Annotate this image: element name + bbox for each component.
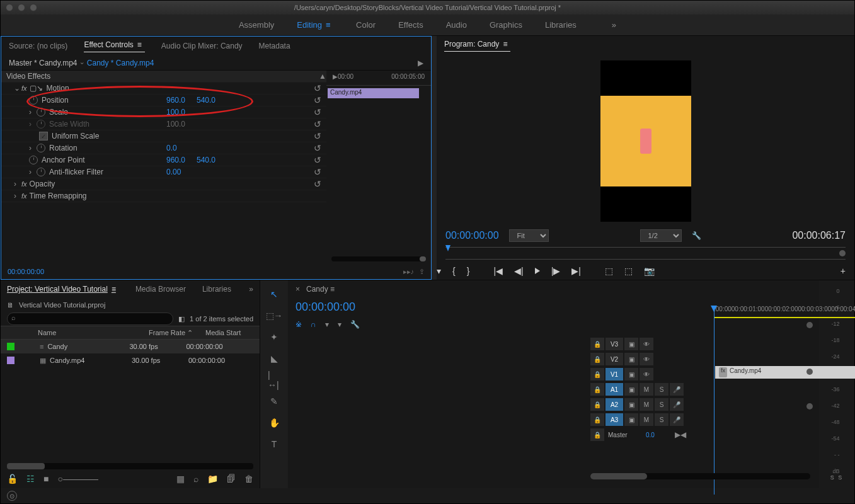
solo-button[interactable]: S (655, 413, 669, 426)
expand-icon[interactable]: ▶◀ (675, 430, 686, 439)
toggle-output-icon[interactable]: ▣ (624, 368, 638, 381)
pen-tool-icon[interactable]: ✎ (268, 395, 280, 408)
reset-icon[interactable]: ↺ (314, 95, 321, 105)
effect-mini-timeline[interactable]: ▶00:0000:00:05:00 Candy.mp4 (326, 71, 431, 264)
master-gain[interactable]: 0.0 (646, 432, 655, 438)
stopwatch-icon[interactable] (37, 108, 45, 117)
mini-scrollbar[interactable] (331, 256, 426, 261)
search-input[interactable] (7, 312, 173, 325)
list-view-icon[interactable]: ☷ (26, 474, 35, 484)
property-position[interactable]: Position960.0540.0↺ (1, 94, 326, 106)
sequence-tab[interactable]: Candy (306, 285, 338, 294)
go-to-out-icon[interactable]: ▶| (571, 266, 581, 276)
voice-record-icon[interactable]: 🎤 (670, 383, 684, 396)
panel-menu-icon[interactable] (137, 40, 145, 49)
toggle-icon[interactable]: ▸▸♪ (403, 268, 415, 276)
write-lock-icon[interactable]: 🔓 (7, 474, 18, 484)
workspace-color[interactable]: Color (356, 20, 376, 30)
mini-clip[interactable]: Candy.mp4 (328, 88, 419, 98)
maximize-icon[interactable] (30, 4, 37, 11)
tab-project[interactable]: Project: Vertical Video Tutorial (7, 285, 119, 294)
program-scrubber[interactable] (445, 247, 846, 260)
new-bin-icon[interactable]: 📁 (207, 474, 218, 484)
minimize-icon[interactable] (18, 4, 25, 11)
snap-icon[interactable]: ※ (296, 320, 302, 329)
resolution-select[interactable]: 1/2 (640, 229, 682, 242)
lock-icon[interactable]: 🔒 (590, 413, 604, 426)
workspace-graphics[interactable]: Graphics (490, 20, 522, 30)
wrench-icon[interactable]: 🔧 (350, 320, 360, 329)
out-point-icon[interactable]: } (467, 266, 470, 276)
tab-metadata[interactable]: Metadata (259, 42, 290, 50)
export-icon[interactable]: ⇪ (419, 268, 425, 276)
freeform-icon[interactable]: ▦ (176, 474, 185, 484)
position-x[interactable]: 960.0 (166, 96, 185, 105)
track-select-tool-icon[interactable]: ⬚→ (268, 309, 280, 322)
marker-icon[interactable]: ▾ (437, 266, 441, 276)
track-height-handle-icon[interactable] (806, 369, 813, 375)
zoom-select[interactable]: Fit (509, 229, 549, 242)
lock-icon[interactable]: 🔒 (590, 383, 604, 396)
new-item-icon[interactable]: 🗐 (227, 474, 236, 484)
lift-icon[interactable]: ⬚ (605, 266, 613, 276)
reset-icon[interactable]: ↺ (314, 143, 321, 153)
eye-icon[interactable]: 👁 (640, 338, 653, 350)
checkbox-checked-icon[interactable]: ✓ (39, 132, 48, 140)
lock-icon[interactable]: 🔒 (590, 398, 604, 411)
track-v3[interactable]: 🔒V3▣👁 (590, 337, 686, 351)
track-v2[interactable]: 🔒V2▣👁 (590, 352, 686, 366)
solo-indicators[interactable]: S S (830, 474, 844, 481)
zoom-slider[interactable]: ○———— (57, 474, 98, 484)
creative-cloud-icon[interactable]: ⊙ (7, 491, 17, 501)
toggle-output-icon[interactable]: ▣ (624, 338, 638, 350)
effect-time-remapping[interactable]: ›fxTime Remapping (1, 190, 326, 202)
workspace-overflow[interactable]: » (612, 20, 616, 30)
slip-tool-icon[interactable]: |↔| (268, 374, 280, 386)
new-bin-icon[interactable]: ◧ (178, 315, 185, 323)
program-monitor-viewport[interactable] (437, 55, 854, 227)
play-icon[interactable] (535, 268, 540, 274)
step-back-icon[interactable]: ◀| (514, 266, 524, 276)
track-a2[interactable]: 🔒A2▣MS🎤 (590, 398, 686, 411)
toggle-output-icon[interactable]: ▣ (624, 413, 638, 426)
hand-tool-icon[interactable]: ✋ (268, 416, 280, 429)
mute-button[interactable]: M (640, 383, 653, 396)
close-tab-icon[interactable]: × (296, 285, 300, 294)
solo-button[interactable]: S (655, 398, 669, 411)
play-icon[interactable]: ▶ (418, 59, 423, 67)
mute-button[interactable]: M (640, 398, 653, 411)
scale-value[interactable]: 100.0 (166, 108, 185, 117)
lock-icon[interactable]: 🔒 (590, 428, 604, 441)
trash-icon[interactable]: 🗑 (244, 474, 253, 484)
settings-icon[interactable]: ▾ (338, 320, 341, 329)
stopwatch-icon[interactable] (29, 96, 38, 105)
tab-source[interactable]: Source: (no clips) (9, 42, 67, 50)
panel-menu-icon[interactable] (112, 285, 119, 294)
tab-audio-mixer[interactable]: Audio Clip Mixer: Candy (161, 42, 243, 50)
ripple-tool-icon[interactable]: ✦ (268, 331, 280, 343)
program-timecode[interactable]: 00:00:00:00 (445, 230, 499, 241)
property-anchor-point[interactable]: Anchor Point960.0540.0↺ (1, 154, 326, 166)
linked-selection-icon[interactable]: ∩ (311, 320, 316, 329)
effect-opacity[interactable]: ›fxOpacity↺ (1, 178, 326, 190)
selection-tool-icon[interactable]: ↖ (268, 288, 280, 301)
close-icon[interactable] (6, 4, 13, 11)
playhead-icon[interactable] (445, 245, 450, 251)
find-icon[interactable]: ⌕ (193, 474, 198, 484)
stopwatch-icon[interactable] (29, 156, 38, 164)
uniform-scale-checkbox[interactable]: ✓Uniform Scale↺ (1, 130, 326, 142)
timeline-scrollbar[interactable] (590, 473, 810, 479)
settings-icon[interactable]: 🔧 (692, 231, 701, 240)
chevron-down-icon[interactable] (81, 59, 83, 67)
project-scrollbar[interactable] (7, 463, 253, 469)
workspace-libraries[interactable]: Libraries (545, 20, 577, 30)
master-clip-label[interactable]: Master * Candy.mp4 (9, 59, 77, 67)
panel-menu-icon[interactable] (326, 20, 333, 30)
tab-libraries[interactable]: Libraries (202, 285, 231, 294)
tab-effect-controls[interactable]: Effect Controls (84, 40, 144, 52)
project-row-sequence[interactable]: ≡Candy30.00 fps00:00:00:00 (1, 340, 260, 353)
stopwatch-icon[interactable] (37, 144, 45, 152)
reset-icon[interactable]: ↺ (314, 155, 321, 165)
extract-icon[interactable]: ⬚ (624, 266, 633, 276)
reset-icon[interactable]: ↺ (314, 107, 321, 117)
